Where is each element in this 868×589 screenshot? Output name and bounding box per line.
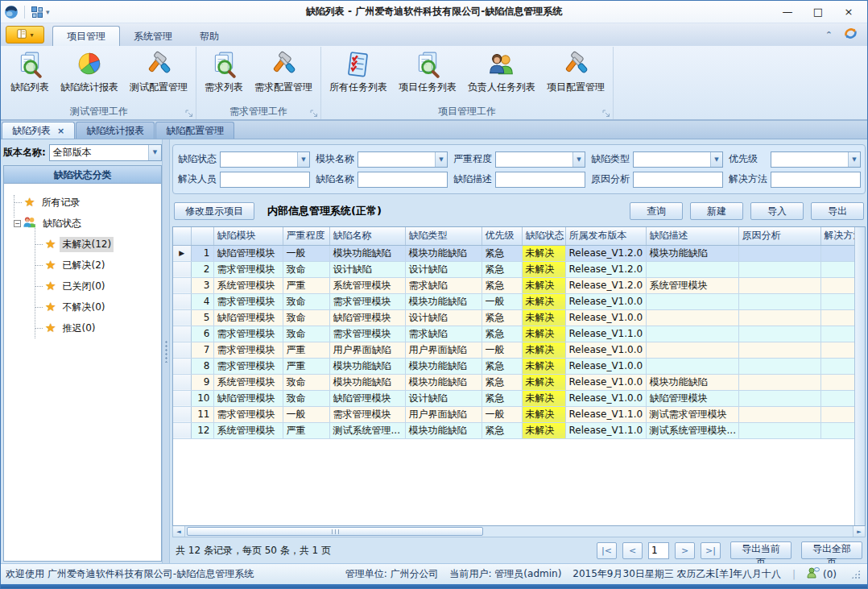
column-header-0[interactable]: 缺陷模块 bbox=[213, 227, 283, 245]
export-all-pages-button[interactable]: 导出全部页 bbox=[801, 541, 862, 559]
combo-dropdown-icon[interactable]: ▼ bbox=[572, 152, 585, 167]
close-button[interactable]: × bbox=[833, 2, 864, 22]
document-tab-1[interactable]: 缺陷统计报表 bbox=[76, 122, 155, 139]
column-header-5[interactable]: 缺陷状态 bbox=[522, 227, 565, 245]
combo-dropdown-icon[interactable]: ▼ bbox=[297, 152, 309, 167]
column-header-2[interactable]: 缺陷名称 bbox=[329, 227, 405, 245]
filter-input-field[interactable] bbox=[358, 172, 447, 187]
ribbon-button-0-2[interactable]: 测试配置管理 bbox=[124, 48, 193, 96]
table-row[interactable]: 9系统管理模块致命模块功能缺陷模块功能缺陷紧急未解决Release_V1.0.0… bbox=[173, 374, 854, 390]
filter-text-input[interactable] bbox=[495, 172, 585, 188]
hscroll-thumb[interactable] bbox=[187, 527, 483, 536]
filter-text-input[interactable] bbox=[771, 172, 861, 188]
combo-dropdown-icon[interactable]: ▼ bbox=[435, 152, 447, 167]
filter-input-field[interactable] bbox=[496, 152, 572, 167]
panel-splitter[interactable] bbox=[162, 139, 170, 563]
qat-grid-icon[interactable] bbox=[31, 6, 43, 19]
ribbon-button-1-1[interactable]: 需求配置管理 bbox=[249, 48, 318, 96]
version-combobox[interactable]: 全部版本 ▼ bbox=[49, 144, 162, 161]
tree-item-5[interactable]: ★不解决(0) bbox=[9, 297, 159, 317]
ribbon-button-2-2[interactable]: 负责人任务列表 bbox=[462, 48, 541, 96]
export-button[interactable]: 导出 bbox=[811, 202, 864, 220]
filter-combobox[interactable]: ▼ bbox=[495, 151, 585, 168]
hscroll-track[interactable] bbox=[185, 526, 853, 537]
filter-input-field[interactable] bbox=[221, 172, 309, 187]
table-row[interactable]: 11需求管理模块一般需求管理模块用户界面缺陷一般未解决Release_V1.1.… bbox=[173, 406, 854, 422]
filter-input-field[interactable] bbox=[221, 152, 297, 167]
qat-dropdown-caret-icon[interactable]: ▾ bbox=[46, 8, 50, 16]
combo-dropdown-icon[interactable]: ▼ bbox=[848, 152, 860, 167]
filter-input-field[interactable] bbox=[358, 152, 435, 167]
table-row[interactable]: 12系统管理模块严重测试系统管理...模块功能缺陷紧急未解决Release_V1… bbox=[173, 422, 854, 438]
filter-combobox[interactable]: ▼ bbox=[220, 151, 310, 168]
filter-input-field[interactable] bbox=[496, 172, 585, 187]
new-button[interactable]: 新建 bbox=[690, 202, 743, 220]
combo-dropdown-icon[interactable]: ▼ bbox=[148, 145, 161, 160]
filter-combobox[interactable]: ▼ bbox=[358, 151, 448, 168]
ribbon-button-2-1[interactable]: 项目任务列表 bbox=[393, 48, 462, 96]
tab-close-icon[interactable]: × bbox=[57, 126, 64, 136]
column-header-1[interactable]: 严重程度 bbox=[283, 227, 329, 245]
ribbon-button-2-0[interactable]: 所有任务列表 bbox=[324, 48, 393, 96]
scroll-right-icon[interactable]: ► bbox=[853, 526, 865, 537]
filter-text-input[interactable] bbox=[220, 172, 310, 188]
table-row[interactable]: 5缺陷管理模块致命缺陷管理模块设计缺陷紧急未解决Release_V1.0.0 bbox=[173, 309, 854, 326]
column-header-9[interactable]: 解决方法 bbox=[820, 227, 854, 245]
ribbon-tab-2[interactable]: 帮助 bbox=[186, 27, 233, 46]
table-row[interactable]: 2需求管理模块致命设计缺陷设计缺陷紧急未解决Release_V1.2.0 bbox=[173, 261, 854, 277]
table-row[interactable]: 4需求管理模块致命需求管理模块模块功能缺陷一般未解决Release_V1.0.0 bbox=[173, 293, 854, 309]
ribbon-tab-0[interactable]: 项目管理 bbox=[52, 26, 120, 46]
table-row[interactable]: 6需求管理模块致命需求管理模块需求缺陷紧急未解决Release_V1.1.0 bbox=[173, 326, 854, 342]
ribbon-tab-1[interactable]: 系统管理 bbox=[120, 27, 186, 46]
ribbon-button-0-0[interactable]: 缺陷列表 bbox=[5, 48, 55, 96]
search-button[interactable]: 查询 bbox=[630, 202, 683, 220]
skin-gallery-icon[interactable] bbox=[844, 27, 858, 43]
app-menu-button[interactable]: ▾ bbox=[6, 26, 44, 44]
document-tab-0[interactable]: 缺陷列表× bbox=[2, 122, 75, 139]
tree-item-6[interactable]: ★推迟(0) bbox=[9, 317, 159, 338]
import-button[interactable]: 导入 bbox=[750, 202, 804, 220]
ribbon-button-2-3[interactable]: 项目配置管理 bbox=[541, 48, 610, 96]
dialog-launcher-icon[interactable] bbox=[185, 109, 193, 117]
column-header-4[interactable]: 优先级 bbox=[482, 227, 522, 245]
collapse-ribbon-icon[interactable]: ⌃ bbox=[825, 30, 833, 40]
table-row[interactable]: 3系统管理模块严重系统管理模块需求缺陷紧急未解决Release_V1.2.0系统… bbox=[173, 277, 854, 293]
grid-vertical-scrollbar[interactable] bbox=[854, 227, 865, 525]
tree-item-2[interactable]: ★未解决(12) bbox=[9, 234, 159, 255]
filter-input-field[interactable] bbox=[634, 152, 710, 167]
filter-input-field[interactable] bbox=[771, 172, 860, 187]
prev-page-button[interactable]: < bbox=[622, 542, 643, 559]
combo-dropdown-icon[interactable]: ▼ bbox=[710, 152, 722, 167]
filter-combobox[interactable]: ▼ bbox=[771, 151, 861, 168]
filter-text-input[interactable] bbox=[633, 172, 723, 188]
resize-grip-icon[interactable] bbox=[851, 570, 861, 579]
table-row[interactable]: ▶1缺陷管理模块一般模块功能缺陷模块功能缺陷紧急未解决Release_V1.2.… bbox=[173, 245, 854, 261]
maximize-button[interactable]: □ bbox=[803, 2, 833, 22]
tree-item-4[interactable]: ★已关闭(0) bbox=[9, 276, 159, 297]
filter-text-input[interactable] bbox=[358, 172, 448, 188]
next-page-button[interactable]: > bbox=[675, 542, 695, 559]
grid-horizontal-scrollbar[interactable]: ◄ ► bbox=[172, 526, 866, 537]
filter-input-field[interactable] bbox=[634, 172, 722, 187]
ribbon-button-1-0[interactable]: 需求列表 bbox=[199, 48, 249, 96]
first-page-button[interactable]: |< bbox=[597, 542, 617, 559]
online-users-badge[interactable]: (0) bbox=[807, 566, 837, 582]
tree-item-0[interactable]: ★所有记录 bbox=[9, 192, 159, 213]
ribbon-button-0-1[interactable]: 缺陷统计报表 bbox=[55, 48, 124, 96]
table-row[interactable]: 7需求管理模块严重用户界面缺陷用户界面缺陷一般未解决Release_V1.0.0 bbox=[173, 342, 854, 358]
minimize-button[interactable]: — bbox=[772, 2, 803, 22]
tree-item-1[interactable]: −缺陷状态 bbox=[9, 213, 159, 234]
column-header-8[interactable]: 原因分析 bbox=[738, 227, 820, 245]
filter-input-field[interactable] bbox=[771, 152, 848, 167]
export-current-page-button[interactable]: 导出当前页 bbox=[730, 541, 792, 559]
dialog-launcher-icon[interactable] bbox=[310, 109, 318, 117]
tree-expand-icon[interactable]: − bbox=[14, 220, 21, 227]
table-row[interactable]: 10缺陷管理模块致命缺陷管理模块设计缺陷紧急未解决Release_V1.0.0缺… bbox=[173, 390, 854, 406]
column-header-3[interactable]: 缺陷类型 bbox=[405, 227, 482, 245]
scroll-left-icon[interactable]: ◄ bbox=[173, 526, 185, 537]
page-number-input[interactable] bbox=[648, 542, 669, 559]
last-page-button[interactable]: >| bbox=[701, 542, 721, 559]
dialog-launcher-icon[interactable] bbox=[602, 109, 610, 117]
document-tab-2[interactable]: 缺陷配置管理 bbox=[155, 122, 234, 139]
column-header-7[interactable]: 缺陷描述 bbox=[646, 227, 738, 245]
